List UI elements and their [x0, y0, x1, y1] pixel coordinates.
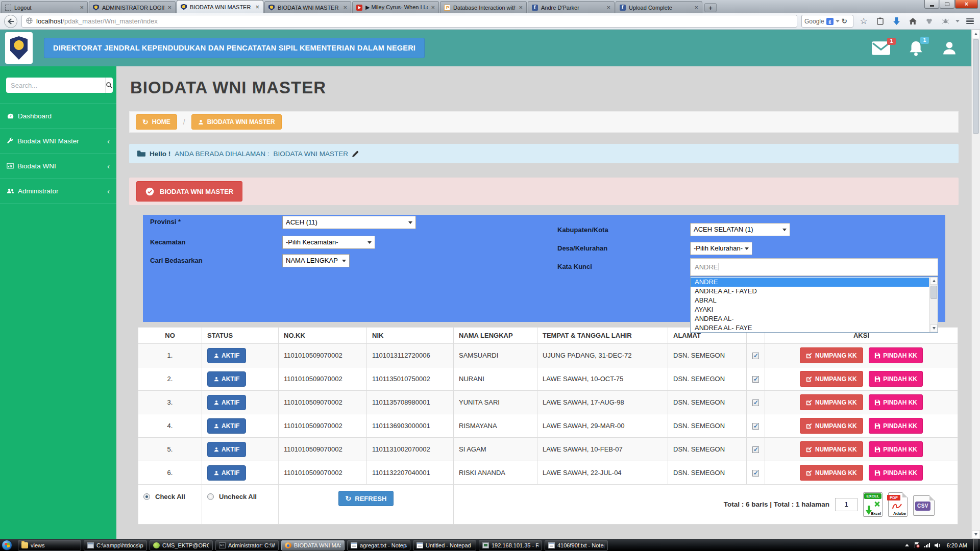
row-checkbox[interactable] — [752, 376, 759, 383]
addon-icon-1[interactable] — [923, 15, 935, 28]
sidebar-search-button[interactable] — [105, 78, 113, 93]
network-signal-icon[interactable] — [924, 543, 930, 547]
tab-close-icon[interactable]: × — [80, 4, 84, 11]
tab-close-icon[interactable]: × — [519, 4, 523, 11]
tab-close-icon[interactable]: × — [694, 4, 698, 11]
page-number-input[interactable] — [835, 498, 857, 511]
tab-close-icon[interactable]: × — [167, 4, 172, 11]
row-checkbox[interactable] — [752, 446, 759, 453]
pindah-kk-button[interactable]: PINDAH KK — [869, 347, 923, 363]
volume-icon[interactable] — [935, 541, 941, 550]
pindah-kk-button[interactable]: PINDAH KK — [869, 418, 923, 434]
cari-bedasarkan-select[interactable]: NAMA LENGKAP — [282, 254, 350, 267]
kecamatan-select[interactable]: -Pilih Kecamatan- — [282, 236, 375, 249]
autocomplete-scrollbar[interactable] — [929, 277, 938, 332]
home-icon[interactable] — [906, 15, 919, 28]
pindah-kk-button[interactable]: PINDAH KK — [869, 441, 923, 457]
clock[interactable]: 6:20 AM — [947, 542, 967, 548]
numpang-kk-button[interactable]: NUMPANG KK — [800, 371, 863, 387]
tab-close-icon[interactable]: × — [606, 4, 610, 11]
status-aktif-button[interactable]: AKTIF — [207, 348, 246, 363]
back-button[interactable] — [4, 15, 17, 28]
close-button[interactable]: × — [955, 0, 978, 9]
row-checkbox[interactable] — [752, 470, 759, 477]
messages-button[interactable]: 1 — [872, 41, 890, 55]
autocomplete-option[interactable]: ANDREA AL- FAYED — [691, 287, 929, 296]
bookmark-star-icon[interactable]: ☆ — [857, 15, 870, 28]
browser-tab[interactable]: Logout × — [1, 1, 88, 13]
show-desktop-button[interactable] — [973, 539, 978, 551]
browser-tab[interactable]: ▶ Miley Cyrus- When I Lo... × — [352, 1, 439, 13]
pindah-kk-button[interactable]: PINDAH KK — [869, 465, 923, 481]
taskbar-button[interactable]: BIODATA WNI MAST... — [281, 540, 345, 550]
browser-tab[interactable]: Upload Complete × — [616, 1, 702, 13]
start-button[interactable] — [2, 540, 12, 550]
numpang-kk-button[interactable]: NUMPANG KK — [800, 347, 863, 363]
sidebar-item-biodata-wni-master[interactable]: Biodata WNI Master ‹ — [0, 128, 116, 153]
taskbar-button[interactable]: agregat.txt - Notepad — [347, 540, 410, 550]
scroll-down-icon[interactable] — [972, 530, 980, 539]
uncheck-all-radio[interactable] — [207, 493, 214, 500]
browser-scrollbar[interactable] — [971, 30, 980, 539]
autocomplete-option[interactable]: ABRAL — [691, 296, 929, 305]
notifications-button[interactable]: 1 — [909, 40, 923, 56]
status-aktif-button[interactable]: AKTIF — [207, 371, 246, 387]
taskbar-button[interactable]: views — [18, 540, 81, 550]
status-aktif-button[interactable]: AKTIF — [207, 395, 246, 410]
autocomplete-option[interactable]: ANDRE — [691, 278, 929, 287]
provinsi-select[interactable]: ACEH (11) — [282, 216, 416, 229]
taskbar-button[interactable]: 192.168.101.35 - Rem... — [479, 540, 542, 550]
menu-hamburger-icon[interactable] — [964, 15, 976, 28]
browser-tab[interactable]: Database Interaction with ... × — [440, 1, 527, 13]
tab-close-icon[interactable]: × — [431, 4, 435, 11]
kata-kunci-input[interactable]: ANDRE — [690, 258, 938, 276]
autocomplete-option[interactable]: AYAKI — [691, 305, 929, 314]
restore-button[interactable] — [940, 0, 954, 9]
scroll-up-icon[interactable] — [930, 277, 938, 285]
row-checkbox[interactable] — [752, 399, 759, 406]
profile-button[interactable] — [942, 40, 957, 56]
pindah-kk-button[interactable]: PINDAH KK — [869, 394, 923, 410]
downloads-icon[interactable] — [890, 15, 902, 28]
browser-tab[interactable]: BIODATA WNI MASTER × — [177, 0, 263, 13]
search-dropdown-icon[interactable] — [836, 20, 840, 22]
export-pdf-icon[interactable]: PDF Adobe — [888, 492, 908, 517]
status-aktif-button[interactable]: AKTIF — [207, 442, 246, 457]
sidebar-item-biodata-wni[interactable]: Biodata WNI ‹ — [0, 153, 116, 178]
autocomplete-option[interactable]: ANDREA AL- — [691, 314, 929, 323]
scroll-down-icon[interactable] — [930, 324, 938, 332]
export-excel-icon[interactable]: EXCEL Excel — [863, 492, 883, 517]
address-bar[interactable]: localhost/pdak_master/Wni_master/index — [21, 15, 797, 28]
sidebar-item-dashboard[interactable]: Dashboard — [0, 103, 116, 128]
scrollbar-thumb[interactable] — [973, 39, 979, 134]
numpang-kk-button[interactable]: NUMPANG KK — [800, 441, 863, 457]
status-aktif-button[interactable]: AKTIF — [207, 465, 246, 481]
sidebar-item-administrator[interactable]: Administrator ‹ — [0, 178, 116, 203]
tab-close-icon[interactable]: × — [255, 4, 259, 10]
row-checkbox[interactable] — [752, 423, 759, 430]
sidebar-search-input[interactable] — [6, 78, 105, 93]
breadcrumb-current-button[interactable]: BIODATA WNI MASTER — [191, 114, 282, 130]
desa-kelurahan-select[interactable]: -Pilih Kelurahan- — [690, 242, 752, 255]
numpang-kk-button[interactable]: NUMPANG KK — [800, 418, 863, 434]
clipboard-icon[interactable] — [874, 15, 886, 28]
taskbar-button[interactable]: C:\xampp\htdocs\p... — [84, 540, 147, 550]
pindah-kk-button[interactable]: PINDAH KK — [869, 371, 923, 387]
check-all-radio[interactable] — [143, 493, 150, 500]
row-checkbox[interactable] — [752, 353, 759, 359]
browser-tab[interactable]: BIODATA WNI MASTER × — [264, 1, 351, 13]
numpang-kk-button[interactable]: NUMPANG KK — [800, 465, 863, 481]
status-aktif-button[interactable]: AKTIF — [207, 418, 246, 434]
minimize-button[interactable] — [924, 0, 939, 9]
browser-tab[interactable]: Andre D'Parker × — [528, 1, 615, 13]
taskbar-button[interactable]: Untitled - Notepad — [413, 540, 476, 550]
action-center-flag-icon[interactable] — [914, 541, 920, 550]
biodata-wni-master-button[interactable]: BIODATA WNI MASTER — [136, 181, 242, 202]
taskbar-button[interactable]: Administrator: C:\Wi... — [215, 540, 279, 550]
taskbar-button[interactable]: 4106f90f.txt - Notepad — [545, 540, 608, 550]
tray-expand-icon[interactable] — [905, 544, 909, 546]
home-button[interactable]: ↻ HOME — [136, 114, 177, 130]
tab-close-icon[interactable]: × — [343, 4, 347, 11]
search-go-icon[interactable]: ↻ — [842, 17, 847, 25]
taskbar-button[interactable]: CMS_EKTP@ORCL — [150, 540, 213, 550]
